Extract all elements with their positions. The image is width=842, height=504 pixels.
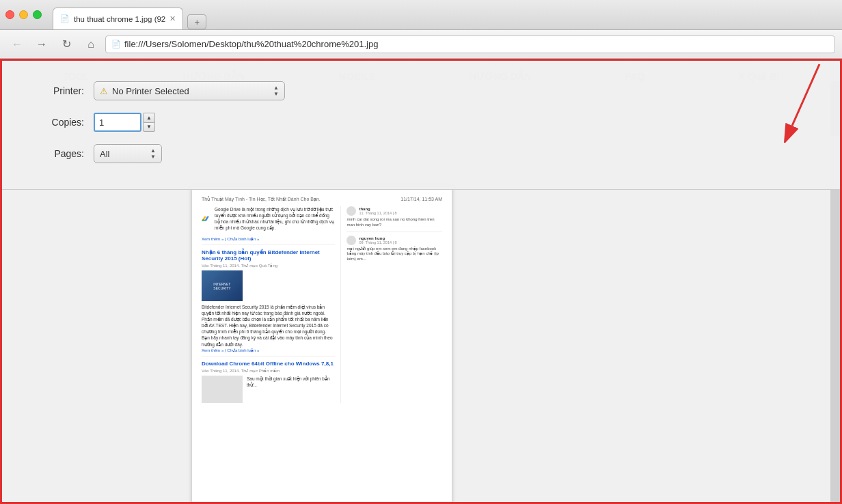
window-controls xyxy=(5,10,42,19)
preview-area: Thủ Thuật Máy Tính - Tin Học, Tốt Nhất D… xyxy=(57,180,587,495)
copies-input[interactable]: 1 xyxy=(94,113,141,132)
minimize-button[interactable] xyxy=(19,10,28,19)
address-page-icon: 📄 xyxy=(111,40,121,48)
pages-row: Pages: All ▲ ▼ xyxy=(29,144,813,163)
printer-select[interactable]: ⚠ No Printer Selected ▲ ▼ xyxy=(94,81,285,100)
article1-logo-area: Google Drive là một trong những dịch vụ … xyxy=(202,206,335,232)
article1-read-more: Xem thêm » | Chưa bình luận » xyxy=(202,236,335,241)
pages-label: Pages: xyxy=(29,148,84,159)
comment2-header: nguyen hung 09. Tháng 11, 2014 | 8 xyxy=(347,236,442,245)
article2-meta: Vào Tháng 11, 2014. Thư mục Quà Tặng xyxy=(202,263,335,268)
toolbar: ← → ↻ ⌂ 📄 file:///Users/Solomen/Desktop/… xyxy=(0,30,842,59)
divider1 xyxy=(202,244,335,245)
reload-button[interactable]: ↻ xyxy=(56,36,77,53)
article2-image: INTERNETSECURITY xyxy=(202,270,243,301)
copies-decrement-button[interactable]: ▼ xyxy=(143,122,155,132)
article3-body: Sau một thời gian xuất hiện với phiên bả… xyxy=(247,376,335,403)
copies-label: Copies: xyxy=(29,117,84,128)
preview-left-column: Google Drive là một trong những dịch vụ … xyxy=(202,206,335,403)
svg-marker-2 xyxy=(202,219,205,221)
comment2-user-info: nguyen hung 09. Tháng 11, 2014 | 8 xyxy=(359,236,396,244)
tab-page-icon: 📄 xyxy=(60,14,70,23)
printer-select-arrows: ▲ ▼ xyxy=(273,85,279,97)
preview-right-column: thang 11. Tháng 11, 2014 | 8 minh cai da… xyxy=(340,206,442,403)
active-tab[interactable]: 📄 thu thuat chrome 1.jpg (92 ✕ xyxy=(53,8,183,29)
divider2 xyxy=(202,356,335,356)
forward-button[interactable]: → xyxy=(31,36,52,53)
article3-image xyxy=(202,376,243,403)
address-text: file:///Users/Solomen/Desktop/thu%20thua… xyxy=(124,39,829,49)
preview-date: 11/17/14, 11:53 AM xyxy=(400,197,442,202)
red-arrow-annotation xyxy=(744,61,826,143)
comment-divider xyxy=(347,232,442,232)
pages-select[interactable]: All ▲ ▼ xyxy=(94,144,162,163)
printer-select-value: No Printer Selected xyxy=(112,86,269,96)
title-bar: 📄 thu thuat chrome 1.jpg (92 ✕ + xyxy=(0,0,842,30)
new-tab-button[interactable]: + xyxy=(187,14,206,29)
comment2-avatar xyxy=(347,236,356,245)
printer-row: Printer: ⚠ No Printer Selected ▲ ▼ xyxy=(29,81,813,100)
article3-area: Sau một thời gian xuất hiện với phiên bả… xyxy=(202,376,335,403)
copies-increment-button[interactable]: ▲ xyxy=(143,113,155,122)
tab-area: 📄 thu thuat chrome 1.jpg (92 ✕ + xyxy=(53,0,206,29)
article3-title: Download Chrome 64bit Offline cho Window… xyxy=(202,361,335,367)
address-bar[interactable]: 📄 file:///Users/Solomen/Desktop/thu%20th… xyxy=(105,36,835,53)
home-button[interactable]: ⌂ xyxy=(81,36,101,53)
printer-warning-icon: ⚠ xyxy=(100,86,108,96)
main-content: TOOL HƯỚNG DẪN MOBILE HƯỚNG DẪN FAQ X Qu… xyxy=(0,59,842,504)
copies-stepper: ▲ ▼ xyxy=(143,113,155,132)
article1-text: Google Drive là một trong những dịch vụ … xyxy=(215,206,335,231)
maximize-button[interactable] xyxy=(33,10,42,19)
page-preview: Thủ Thuật Máy Tính - Tin Học, Tốt Nhất D… xyxy=(192,187,452,504)
tab-close-button[interactable]: ✕ xyxy=(169,14,176,23)
arrow-svg xyxy=(744,61,826,143)
printer-label: Printer: xyxy=(29,85,84,96)
close-button[interactable] xyxy=(5,10,14,19)
copies-row: Copies: 1 ▲ ▼ xyxy=(29,113,813,132)
tab-title: thu thuat chrome 1.jpg (92 xyxy=(74,15,165,23)
article2-title: Nhận 6 tháng bản quyền Bitdefender Inter… xyxy=(202,249,335,262)
back-button[interactable]: ← xyxy=(7,36,27,53)
article2-body: Bitdefender Internet Security 2015 là ph… xyxy=(202,304,335,348)
comment1-text: minh cai dat xong roi ma sao no khong hi… xyxy=(347,217,442,228)
preview-site-name: Thủ Thuật Máy Tính - Tin Học, Tốt Nhất D… xyxy=(202,197,321,202)
comment1-header: thang 11. Tháng 11, 2014 | 8 xyxy=(347,206,442,216)
pages-select-arrows: ▲ ▼ xyxy=(150,148,156,160)
article2-read-more: Xem thêm » | Chưa bình luận » xyxy=(202,348,335,352)
preview-header: Thủ Thuật Máy Tính - Tin Học, Tốt Nhất D… xyxy=(202,197,442,202)
preview-columns: Google Drive là một trong những dịch vụ … xyxy=(202,206,442,403)
comment1-user-info: thang 11. Tháng 11, 2014 | 8 xyxy=(359,207,396,215)
comment1-meta: 11. Tháng 11, 2014 | 8 xyxy=(359,211,396,215)
comment2-text: mọi người giúp em xem em đang nhập faceb… xyxy=(347,247,442,262)
print-dialog: Printer: ⚠ No Printer Selected ▲ ▼ Copie… xyxy=(2,61,840,190)
comment2-meta: 09. Tháng 11, 2014 | 8 xyxy=(359,240,396,244)
article3-meta: Vào Tháng 11, 2014. Thư mục Phần mềm xyxy=(202,368,335,373)
google-drive-logo xyxy=(202,206,209,232)
comment1-avatar xyxy=(347,206,356,216)
svg-line-4 xyxy=(792,64,819,126)
article2-image-label: INTERNETSECURITY xyxy=(213,282,230,290)
pages-select-value: All xyxy=(100,149,148,159)
